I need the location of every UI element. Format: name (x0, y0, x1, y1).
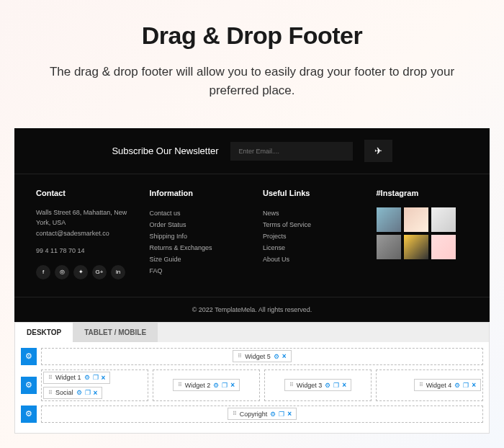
widget-chip[interactable]: ⠿ Copyright ⚙ ❐ × (228, 408, 297, 420)
close-icon[interactable]: × (472, 381, 476, 389)
contact-address: Walls Street 68, Mahattan, New York, USA (36, 207, 128, 228)
instagram-thumb[interactable] (377, 235, 401, 259)
linkedin-icon[interactable]: in (111, 265, 125, 279)
gear-icon[interactable]: ⚙ (84, 374, 90, 381)
instagram-thumb[interactable] (404, 207, 428, 232)
grip-icon: ⠿ (178, 382, 182, 388)
useful-heading: Useful Links (263, 189, 355, 197)
instagram-icon[interactable]: ◎ (55, 265, 69, 279)
instagram-heading: #Instagram (377, 189, 469, 197)
footer-preview: Subscribe Our Newsletter ✈ Contact Walls… (14, 128, 490, 322)
gear-icon: ⚙ (25, 351, 32, 361)
contact-email: contact@sadesmarket.co (36, 228, 128, 238)
list-item[interactable]: Contact us (150, 207, 242, 219)
duplicate-icon[interactable]: ❐ (279, 411, 284, 418)
gear-icon[interactable]: ⚙ (76, 389, 82, 396)
duplicate-icon[interactable]: ❐ (333, 382, 339, 389)
newsletter-email-input[interactable] (230, 142, 353, 161)
close-icon[interactable]: × (230, 381, 235, 389)
page-title: Drag & Drop Footer (43, 22, 461, 50)
footer-builder: DESKTOP TABLET / MOBILE ⚙ ⠿ Widget 5 ⚙ ×… (14, 322, 490, 434)
duplicate-icon[interactable]: ❐ (85, 389, 91, 396)
widget-chip[interactable]: ⠿ Widget 5 ⚙ × (233, 350, 291, 362)
gear-icon[interactable]: ⚙ (213, 382, 219, 389)
googleplus-icon[interactable]: G+ (92, 265, 107, 279)
gear-icon: ⚙ (25, 409, 32, 418)
newsletter-label: Subscribe Our Newsletter (112, 145, 218, 156)
close-icon[interactable]: × (287, 410, 292, 418)
tab-mobile[interactable]: TABLET / MOBILE (73, 323, 158, 342)
list-item[interactable]: Terms of Service (263, 219, 355, 230)
widget-label: Widget 1 (55, 374, 81, 381)
duplicate-icon[interactable]: ❐ (222, 382, 228, 389)
gear-icon: ⚙ (25, 380, 32, 390)
widget-label: Social (55, 389, 73, 396)
widget-label: Widget 5 (245, 353, 271, 360)
newsletter-submit-button[interactable]: ✈ (364, 140, 392, 162)
tab-desktop[interactable]: DESKTOP (15, 323, 73, 342)
duplicate-icon[interactable]: ❐ (93, 374, 99, 381)
instagram-thumb[interactable] (431, 207, 456, 232)
information-heading: Information (150, 189, 242, 197)
widget-chip[interactable]: ⠿ Widget 1 ⚙ ❐ × (43, 372, 110, 384)
instagram-thumb[interactable] (404, 235, 428, 259)
builder-cell[interactable]: ⠿ Widget 2 ⚙ ❐ × (153, 369, 260, 401)
copyright-text: © 2022 TemplateMela. All rights reserved… (14, 297, 490, 322)
widget-chip[interactable]: ⠿ Social ⚙ ❐ × (43, 387, 102, 399)
close-icon[interactable]: × (94, 389, 98, 397)
list-item[interactable]: License (263, 242, 355, 254)
close-icon[interactable]: × (282, 352, 287, 360)
gear-icon[interactable]: ⚙ (270, 411, 276, 418)
facebook-icon[interactable]: f (36, 265, 50, 279)
list-item[interactable]: Projects (263, 230, 355, 242)
list-item[interactable]: Shipping Info (150, 230, 242, 242)
row-settings-button[interactable]: ⚙ (21, 348, 37, 365)
close-icon[interactable]: × (102, 374, 106, 382)
list-item[interactable]: News (263, 207, 355, 219)
gear-icon[interactable]: ⚙ (274, 353, 279, 360)
list-item[interactable]: FAQ (150, 265, 242, 277)
builder-cell[interactable]: ⠿ Widget 3 ⚙ ❐ × (264, 369, 372, 401)
contact-heading: Contact (36, 189, 128, 197)
widget-chip[interactable]: ⠿ Widget 2 ⚙ ❐ × (173, 379, 240, 391)
newsletter-bar: Subscribe Our Newsletter ✈ (14, 128, 490, 174)
footer-col-information: Information Contact us Order Status Ship… (150, 189, 242, 279)
builder-cell[interactable]: ⠿ Widget 5 ⚙ × (41, 348, 483, 365)
row-settings-button[interactable]: ⚙ (21, 406, 37, 423)
list-item[interactable]: About Us (263, 254, 355, 265)
twitter-icon[interactable]: ✦ (73, 265, 88, 279)
useful-list: News Terms of Service Projects License A… (263, 207, 355, 265)
widget-label: Copyright (240, 411, 268, 418)
footer-col-instagram: #Instagram (377, 189, 469, 279)
footer-col-useful: Useful Links News Terms of Service Proje… (263, 189, 355, 279)
widget-label: Widget 3 (297, 382, 323, 389)
information-list: Contact us Order Status Shipping Info Re… (150, 207, 242, 277)
builder-row: ⚙ ⠿ Widget 5 ⚙ × (21, 348, 483, 365)
list-item[interactable]: Order Status (150, 219, 242, 230)
grip-icon: ⠿ (289, 382, 294, 388)
instagram-thumb[interactable] (431, 235, 456, 259)
builder-cell[interactable]: ⠿ Widget 4 ⚙ ❐ × (376, 369, 483, 401)
builder-row: ⚙ ⠿ Copyright ⚙ ❐ × (21, 406, 483, 423)
builder-cell[interactable]: ⠿ Copyright ⚙ ❐ × (41, 406, 483, 423)
builder-cell[interactable]: ⠿ Widget 1 ⚙ ❐ × ⠿ Social ⚙ ❐ × (41, 369, 148, 401)
footer-col-contact: Contact Walls Street 68, Mahattan, New Y… (36, 189, 128, 279)
row-settings-button[interactable]: ⚙ (21, 377, 37, 394)
contact-phone: 99 4 11 78 70 14 (36, 246, 128, 256)
builder-row: ⚙ ⠿ Widget 1 ⚙ ❐ × ⠿ Social (21, 369, 483, 401)
duplicate-icon[interactable]: ❐ (463, 382, 469, 389)
widget-chip[interactable]: ⠿ Widget 4 ⚙ ❐ × (414, 379, 481, 391)
instagram-thumb[interactable] (377, 207, 401, 232)
widget-label: Widget 2 (185, 382, 211, 389)
grip-icon: ⠿ (238, 353, 242, 359)
widget-chip[interactable]: ⠿ Widget 3 ⚙ ❐ × (284, 379, 351, 391)
grip-icon: ⠿ (48, 390, 53, 396)
send-icon: ✈ (374, 145, 382, 156)
gear-icon[interactable]: ⚙ (325, 382, 330, 389)
gear-icon[interactable]: ⚙ (454, 382, 460, 389)
widget-label: Widget 4 (426, 382, 452, 389)
close-icon[interactable]: × (342, 381, 346, 389)
grip-icon: ⠿ (233, 411, 237, 417)
list-item[interactable]: Returns & Exchanges (150, 242, 242, 254)
list-item[interactable]: Size Guide (150, 254, 242, 265)
